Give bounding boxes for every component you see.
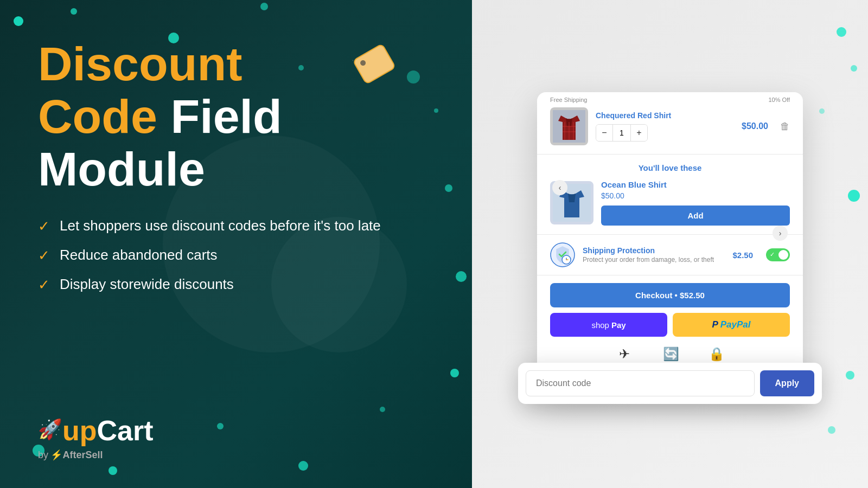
free-shipping-label: Free Shipping: [550, 97, 588, 103]
left-panel: Discount Code Field Module ✓ Let shopper…: [0, 0, 472, 488]
payment-row: shop Pay P PayPal: [550, 313, 790, 337]
upsell-wrapper: ‹ Ocean Blue Shirt $50.00 Add: [550, 180, 790, 226]
shoppay-pay-text: Pay: [611, 320, 626, 330]
decorative-dot: [14, 16, 23, 26]
decorative-dot: [380, 407, 385, 412]
decorative-dot: [456, 271, 467, 282]
airplane-icon: ✈: [619, 346, 630, 362]
paypal-p-icon: P: [712, 319, 718, 330]
shield-icon: [550, 242, 575, 267]
upsell-add-button[interactable]: Add: [601, 206, 790, 226]
upsell-section: You'll love these ‹ Ocean Blue Shirt: [537, 155, 803, 235]
protection-title: Shipping Protection: [583, 246, 725, 255]
refresh-icon: 🔄: [663, 346, 679, 362]
decorative-dot: [298, 65, 304, 70]
decorative-dot: [819, 108, 825, 114]
lock-icon: 🔒: [709, 346, 725, 362]
decorative-dot: [217, 423, 224, 429]
quantity-controls[interactable]: − 1 +: [596, 124, 648, 142]
paypal-button[interactable]: P PayPal: [673, 313, 790, 337]
percent-off-label: 10% Off: [768, 97, 790, 103]
bg-circle: [271, 217, 407, 352]
decorative-dot: [407, 70, 420, 84]
upsell-title: You'll love these: [550, 163, 790, 172]
toggle-check-icon: ✓: [770, 251, 775, 258]
right-panel: Free Shipping 10% Off: [472, 0, 868, 488]
decorative-dot: [846, 371, 854, 380]
logo-area: 🚀 up Cart by ⚡AfterSell: [38, 414, 154, 461]
logo-byline: by ⚡AfterSell: [38, 449, 154, 461]
shipping-protection-section: Shipping Protection Protect your order f…: [537, 235, 803, 275]
protection-toggle[interactable]: ✓: [766, 248, 790, 261]
svg-rect-0: [353, 44, 395, 84]
upsell-product-name: Ocean Blue Shirt: [601, 180, 790, 189]
headline-field: Field: [157, 89, 282, 143]
cart-widget: Free Shipping 10% Off: [537, 92, 803, 396]
product-name: Chequered Red Shirt: [596, 111, 734, 120]
cart-header: Free Shipping 10% Off: [550, 92, 790, 107]
quantity-value: 1: [612, 125, 631, 141]
decorative-dot: [71, 8, 77, 15]
protection-info: Shipping Protection Protect your order f…: [583, 246, 725, 264]
upsell-info: Ocean Blue Shirt $50.00 Add: [601, 180, 790, 226]
logo-by: by: [38, 450, 48, 460]
delete-icon[interactable]: 🗑: [780, 121, 790, 132]
product-info: Chequered Red Shirt − 1 +: [596, 111, 734, 142]
discount-card: Apply: [518, 363, 822, 404]
checkmark-icon: ✓: [38, 247, 50, 264]
upsell-product: Ocean Blue Shirt $50.00 Add: [550, 180, 790, 226]
headline-code: Code: [38, 89, 157, 143]
checkout-button[interactable]: Checkout • $52.50: [550, 283, 790, 307]
paypal-label: PayPal: [720, 319, 751, 330]
product-row: Chequered Red Shirt − 1 + $50.00 🗑: [550, 107, 790, 145]
logo-aftersell: ⚡AfterSell: [50, 450, 103, 460]
quantity-decrease-button[interactable]: −: [596, 125, 612, 141]
decorative-dot: [851, 65, 857, 72]
apply-discount-button[interactable]: Apply: [760, 370, 814, 396]
carousel-prev-button[interactable]: ‹: [552, 180, 567, 195]
protection-subtitle: Protect your order from damage, loss, or…: [583, 256, 725, 264]
logo-cart: Cart: [97, 414, 154, 447]
decorative-dot: [298, 461, 308, 471]
quantity-increase-button[interactable]: +: [631, 125, 647, 141]
decorative-dot: [837, 27, 846, 37]
shirt-thumbnail: [550, 107, 588, 145]
decorative-dot: [260, 3, 268, 10]
logo-up: up: [62, 414, 97, 447]
product-image: [550, 107, 588, 145]
shoppay-button[interactable]: shop Pay: [550, 313, 667, 337]
decorative-dot: [445, 184, 452, 192]
checkmark-icon: ✓: [38, 218, 50, 235]
decorative-dot: [848, 190, 860, 202]
shoppay-shop-text: shop: [591, 320, 609, 330]
product-price: $50.00: [742, 121, 768, 131]
discount-code-input[interactable]: [526, 370, 755, 396]
decorative-dot: [828, 426, 835, 434]
checkmark-icon: ✓: [38, 277, 50, 293]
decorative-dot: [434, 108, 438, 113]
decorative-dot: [168, 33, 179, 43]
upsell-product-price: $50.00: [601, 191, 790, 200]
logo: 🚀 up Cart: [38, 414, 154, 447]
tag-icon: [353, 41, 401, 84]
protection-price: $2.50: [732, 251, 753, 260]
cart-top: Free Shipping 10% Off: [537, 92, 803, 155]
decorative-dot: [450, 369, 459, 377]
decorative-dot: [108, 466, 117, 475]
rocket-icon: 🚀: [38, 418, 62, 441]
carousel-next-button[interactable]: ›: [773, 226, 788, 241]
